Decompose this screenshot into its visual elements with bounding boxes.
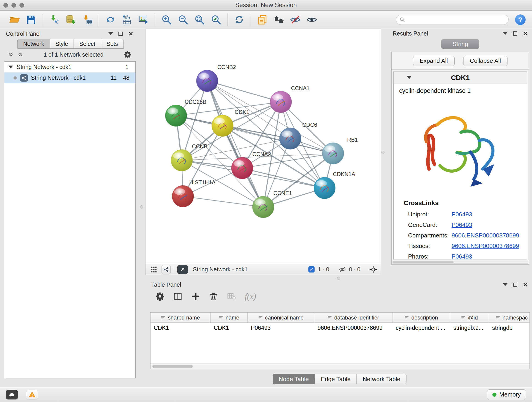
expand-all-button[interactable]: Expand All <box>413 56 455 66</box>
close-panel-icon[interactable] <box>523 31 528 36</box>
import-network-file-button[interactable] <box>47 13 61 27</box>
graphics-details-grid-icon[interactable] <box>149 265 158 274</box>
hide-graphics-details-button[interactable] <box>288 13 302 27</box>
network-node-HIST1H1A[interactable] <box>172 185 194 207</box>
open-in-new-window-button[interactable] <box>177 265 188 274</box>
column-header-description[interactable]: description <box>393 313 450 322</box>
tab-node-table[interactable]: Node Table <box>273 374 315 384</box>
add-column-icon[interactable] <box>191 292 200 301</box>
network-node-CCNE1[interactable] <box>253 196 274 218</box>
table-cell-name[interactable]: CDK1 <box>210 325 248 331</box>
column-header-@id[interactable]: @id <box>450 313 489 322</box>
gear-icon[interactable] <box>124 51 132 58</box>
open-session-button[interactable] <box>7 13 22 27</box>
zoom-selected-button[interactable] <box>209 13 223 27</box>
collection-expand-icon[interactable] <box>8 65 13 69</box>
table-cell-namespac[interactable]: stringdb <box>489 325 530 331</box>
network-overview-button[interactable] <box>162 265 171 274</box>
memory-button[interactable]: Memory <box>487 389 526 400</box>
network-node-CCNA2[interactable] <box>231 157 253 179</box>
column-header-name[interactable]: name <box>210 313 248 322</box>
network-node-CDC25B[interactable] <box>165 105 187 127</box>
panel-menu-icon[interactable] <box>503 283 507 286</box>
network-edge-CCNB2-CCNE1[interactable] <box>207 81 263 207</box>
panel-menu-icon[interactable] <box>503 32 507 35</box>
collapse-all-chevrons-icon[interactable] <box>17 51 23 57</box>
delete-column-trash-icon[interactable] <box>209 292 218 301</box>
tab-network[interactable]: Network <box>17 39 50 49</box>
table-cell-@id[interactable]: stringdb:9... <box>450 325 489 331</box>
network-node-CCNB1[interactable] <box>171 149 192 171</box>
search-field[interactable] <box>396 15 509 25</box>
tab-edge-table[interactable]: Edge Table <box>315 374 357 384</box>
tab-network-table[interactable]: Network Table <box>357 374 406 384</box>
export-image-button[interactable] <box>136 13 151 27</box>
search-input[interactable] <box>408 17 505 23</box>
show-graphics-details-button[interactable] <box>305 13 319 27</box>
network-merge-button[interactable] <box>103 13 118 27</box>
network-collection-row[interactable]: String Network - cdk1 1 <box>4 62 135 72</box>
network-node-CDK1[interactable] <box>212 115 233 137</box>
tab-string[interactable]: String <box>441 39 479 49</box>
table-settings-gear-icon[interactable] <box>155 292 165 301</box>
table-cell-database-identifier[interactable]: 9606.ENSP00000378699 <box>314 325 393 331</box>
float-panel-icon[interactable] <box>513 32 517 36</box>
close-panel-icon[interactable] <box>128 31 133 36</box>
network-table-button[interactable] <box>120 13 134 27</box>
table-row[interactable]: CDK1CDK1P064939606.ENSP00000378699cyclin… <box>151 323 530 333</box>
tab-style[interactable]: Style <box>50 39 74 49</box>
import-network-database-button[interactable] <box>64 13 78 27</box>
crosslink-link-pharos[interactable]: P06493 <box>452 253 472 260</box>
network-node-CDC6[interactable] <box>279 128 301 149</box>
column-header-canonical-name[interactable]: canonical name <box>248 313 314 322</box>
crosslink-link-genecard[interactable]: P06493 <box>452 221 472 229</box>
scrollbar-thumb[interactable] <box>393 261 454 263</box>
network-node-RB1[interactable] <box>322 143 344 164</box>
close-panel-icon[interactable] <box>523 282 528 287</box>
zoom-fit-button[interactable] <box>192 13 207 27</box>
panel-menu-icon[interactable] <box>108 32 113 35</box>
tab-sets[interactable]: Sets <box>101 39 124 49</box>
help-button[interactable]: ? <box>515 14 526 25</box>
left-splitter-handle[interactable] <box>140 205 143 209</box>
crosslink-link-compartments[interactable]: 9606.ENSP00000378699 <box>452 232 519 239</box>
network-edge-CCNA2-CDKN1A[interactable] <box>242 168 325 188</box>
column-header-database-identifier[interactable]: database identifier <box>314 313 393 322</box>
column-header-namespac[interactable]: namespac <box>489 313 530 322</box>
network-node-CDKN1A[interactable] <box>314 177 336 199</box>
table-horizontal-scrollbar[interactable] <box>151 364 530 369</box>
tab-select[interactable]: Select <box>74 39 101 49</box>
float-panel-icon[interactable] <box>513 283 517 287</box>
network-canvas[interactable]: CCNB2CCNA1CDC25BCDK1CDC6RB1CCNB1CCNA2CDK… <box>146 29 381 264</box>
table-cell-canonical-name[interactable]: P06493 <box>248 325 314 331</box>
results-horizontal-scrollbar[interactable] <box>393 261 528 264</box>
crosshair-move-icon[interactable] <box>369 265 377 274</box>
right-splitter-handle[interactable] <box>381 151 385 154</box>
expand-all-chevrons-icon[interactable] <box>8 51 14 57</box>
crosslink-link-tissues[interactable]: 9606.ENSP00000378699 <box>452 242 519 249</box>
refresh-view-button[interactable] <box>232 13 246 27</box>
zoom-in-button[interactable] <box>159 13 174 27</box>
bottom-splitter-handle[interactable] <box>337 277 340 280</box>
float-panel-icon[interactable] <box>119 32 123 36</box>
collapse-all-button[interactable]: Collapse All <box>463 56 508 66</box>
table-cell-description[interactable]: cyclin-dependent ... <box>393 325 450 331</box>
save-session-button[interactable] <box>24 13 38 27</box>
import-table-button[interactable] <box>80 13 94 27</box>
selected-checkbox[interactable] <box>308 266 315 273</box>
network-node-CCNA1[interactable] <box>270 91 292 113</box>
column-header-shared-name[interactable]: shared name <box>151 313 210 322</box>
network-node-CCNB2[interactable] <box>196 70 218 92</box>
scrollbar-thumb[interactable] <box>152 365 193 368</box>
table-cell-shared-name[interactable]: CDK1 <box>151 325 210 331</box>
warning-status-button[interactable] <box>26 390 38 400</box>
clone-network-button[interactable] <box>255 13 269 27</box>
network-row-selected[interactable]: String Network - cdk1 11 48 <box>4 72 135 83</box>
protein-section-header[interactable]: CDK1 <box>394 72 527 84</box>
network-edge-HIST1H1A-CCNE1[interactable] <box>183 196 263 207</box>
function-builder-icon[interactable]: f(x) <box>245 292 256 301</box>
crosslink-link-uniprot[interactable]: P06493 <box>452 211 472 218</box>
zoom-out-button[interactable] <box>176 13 190 27</box>
section-collapse-icon[interactable] <box>407 76 412 79</box>
birds-eye-view-button[interactable] <box>272 13 286 27</box>
